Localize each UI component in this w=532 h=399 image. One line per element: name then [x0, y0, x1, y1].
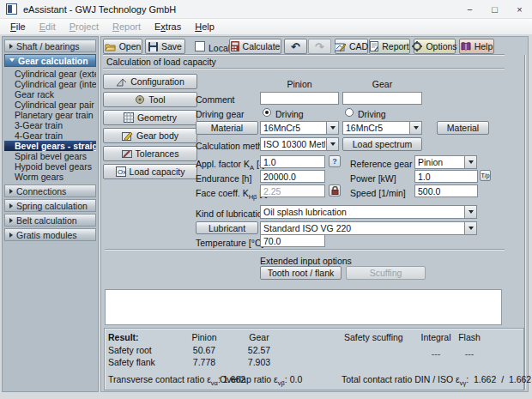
lubricant-button[interactable]: Lubricant	[196, 221, 258, 234]
undo-button[interactable]: ↶	[284, 39, 307, 54]
material-gear-button[interactable]: Material	[437, 121, 489, 135]
options-button[interactable]: Options	[414, 39, 456, 54]
local-checkbox[interactable]	[195, 41, 205, 51]
redo-button[interactable]: ↷	[308, 39, 331, 54]
nav-tool-button[interactable]: Tool	[103, 92, 197, 107]
sidebar-section-gratis-modules[interactable]: Gratis modules	[4, 228, 96, 241]
result-row-label: Safety root	[108, 345, 152, 355]
sidebar-item-3-gear-train[interactable]: 3-Gear train	[4, 120, 96, 130]
menu-file[interactable]: File	[3, 20, 33, 33]
sidebar-item-gear-rack[interactable]: Gear rack	[4, 89, 96, 100]
sidebar-section-shaft-bearings[interactable]: Shaft / bearings	[4, 39, 96, 52]
dropdown-button[interactable]	[464, 222, 476, 234]
load-spectrum-button[interactable]: Load spectrum	[342, 137, 422, 151]
speed-input[interactable]	[414, 184, 478, 197]
column-header-gear: Gear	[342, 79, 422, 89]
nav-gear-body-button[interactable]: Gear body	[103, 128, 197, 143]
chevron-down-icon	[469, 210, 474, 214]
dropdown-button[interactable]	[326, 138, 338, 150]
appl-factor-help-button[interactable]: ?	[329, 155, 341, 167]
menu-help[interactable]: Help	[188, 20, 221, 33]
nav-load-capacity-button[interactable]: Ox Load capacity	[103, 164, 197, 179]
toolbar-divider	[103, 54, 505, 56]
chevron-down-icon	[330, 142, 336, 146]
sidebar-item-planetary-gear-train[interactable]: Planetary gear train	[4, 110, 96, 120]
chevron-right-icon	[9, 218, 13, 223]
dropdown-button[interactable]	[409, 122, 421, 134]
face-coeff-lock-button[interactable]	[329, 184, 341, 196]
lubricant-dropdown[interactable]: Standard ISO VG 220	[260, 221, 477, 235]
scuffing-button[interactable]: Scuffing	[346, 266, 426, 280]
sidebar-item-cylindrical-gear-external[interactable]: Cylindrical gear (external)	[4, 69, 96, 79]
sidebar-section-spring-calculation[interactable]: Spring calculation	[4, 199, 96, 212]
driving-pinion-radio[interactable]	[263, 108, 271, 117]
tool-icon	[135, 94, 145, 105]
comment-gear-input[interactable]	[342, 92, 422, 105]
speed-label: Speed [1/min]	[350, 188, 406, 198]
lubrication-dropdown[interactable]: Oil splash lubrication	[260, 205, 477, 219]
face-coeff-input	[260, 184, 325, 197]
open-button[interactable]: Open	[103, 39, 142, 54]
nav-geometry-button[interactable]: Geometry	[103, 110, 197, 125]
sidebar-item-spiral-bevel-gears[interactable]: Spiral bevel gears	[4, 151, 96, 161]
temperature-label: Temperature [°C]	[196, 238, 263, 248]
calculation-method-dropdown[interactable]: ISO 10300 Method B1	[260, 137, 339, 151]
chevron-right-icon	[9, 203, 13, 209]
power-input[interactable]	[414, 170, 478, 183]
sidebar-section-belt-calculation[interactable]: Belt calculation	[4, 214, 96, 227]
material-pinion-dropdown[interactable]: 16MnCr5	[260, 121, 339, 135]
temperature-input[interactable]	[260, 234, 325, 247]
help-button[interactable]: Help	[459, 39, 494, 54]
result-value: ---	[455, 348, 484, 359]
driving-pinion-radio-label: Driving	[275, 109, 304, 119]
minimize-button[interactable]: −	[457, 0, 482, 19]
result-value: 7.903	[233, 357, 285, 367]
configuration-icon	[116, 77, 127, 87]
sidebar-item-cylindrical-gear-pair[interactable]: Cylindrical gear pair	[4, 100, 96, 110]
tooth-root-flank-button[interactable]: Tooth root / flank	[260, 266, 342, 280]
report-button[interactable]: Report	[369, 39, 410, 54]
menu-extras[interactable]: Extras	[148, 20, 188, 33]
material-gear-dropdown[interactable]: 16MnCr5	[342, 121, 422, 135]
title-bar: eAssistant - GWJ Technology GmbH − □ ×	[0, 0, 532, 19]
material-pinion-button[interactable]: Material	[196, 121, 258, 135]
appl-factor-input[interactable]	[260, 155, 325, 168]
driving-gear-radio-label: Driving	[358, 109, 386, 119]
sidebar-item-bevel-gears[interactable]: Bevel gears - straight/heli...	[4, 141, 96, 151]
reference-gear-dropdown[interactable]: Pinion	[414, 155, 477, 169]
gear-icon	[412, 41, 422, 51]
sidebar-item-cylindrical-gear-internal[interactable]: Cylindrical gear (internal)	[4, 79, 96, 89]
cad-button[interactable]: CAD	[335, 39, 368, 54]
driving-gear-radio[interactable]	[345, 108, 354, 117]
sidebar-section-gear-calculation[interactable]: Gear calculation	[4, 54, 96, 67]
chevron-down-icon	[9, 58, 15, 64]
reference-gear-label: Reference gear	[350, 159, 412, 169]
undo-icon: ↶	[291, 40, 300, 53]
face-coeff-label: Face coeff. KHβ [-]	[196, 188, 268, 201]
sidebar-item-worm-gears[interactable]: Worm gears	[4, 172, 96, 182]
result-col-gear: Gear	[233, 332, 285, 342]
nav-tolerances-button[interactable]: Tolerances	[103, 146, 197, 161]
local-checkbox-label: Local	[209, 43, 230, 53]
comment-pinion-input[interactable]	[260, 92, 339, 105]
save-button[interactable]: Save	[145, 39, 185, 54]
appl-factor-label: Appl. factor KA [-]	[196, 159, 264, 172]
endurance-input[interactable]	[260, 170, 325, 183]
maximize-button[interactable]: □	[482, 0, 507, 19]
dropdown-button[interactable]	[464, 156, 476, 168]
page-title-divider	[103, 68, 505, 70]
torque-power-toggle-button[interactable]: T/p	[480, 170, 491, 181]
dropdown-button[interactable]	[464, 206, 476, 218]
dropdown-button[interactable]	[326, 122, 338, 134]
nav-configuration-button[interactable]: Configuration	[103, 74, 197, 89]
chevron-right-icon	[9, 44, 13, 49]
calculate-button[interactable]: Calculate	[229, 39, 281, 54]
sidebar-section-connections[interactable]: Connections	[4, 184, 96, 197]
close-button[interactable]: ×	[507, 0, 532, 19]
sidebar-item-hypoid-bevel-gears[interactable]: Hypoid bevel gears	[4, 161, 96, 172]
lock-icon	[331, 186, 339, 195]
panel-right-divider	[524, 55, 526, 390]
sidebar-item-4-gear-train[interactable]: 4-Gear train	[4, 130, 96, 141]
chevron-down-icon	[469, 227, 474, 230]
svg-text:Ox: Ox	[118, 168, 126, 176]
